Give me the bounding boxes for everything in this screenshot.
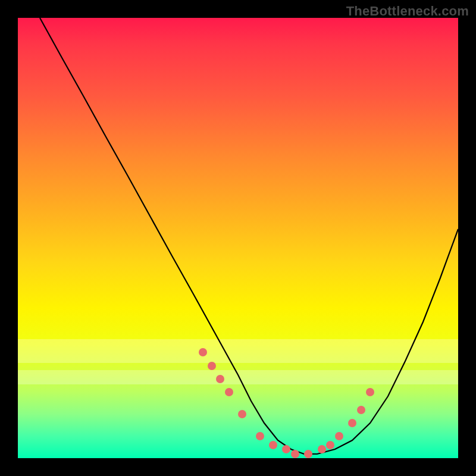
marker-dot	[357, 406, 365, 414]
marker-dot	[304, 450, 312, 458]
marker-dot	[282, 445, 290, 453]
marker-dot	[256, 432, 264, 440]
marker-dot	[225, 388, 233, 396]
marker-dot	[269, 441, 277, 449]
marker-dot	[208, 362, 216, 370]
chart-plot-area	[18, 18, 458, 458]
marker-dot	[366, 388, 374, 396]
marker-dot	[318, 445, 326, 453]
marker-dots-group	[199, 348, 374, 458]
marker-dot	[335, 432, 343, 440]
chart-svg	[18, 18, 458, 458]
marker-dot	[216, 375, 224, 383]
marker-dot	[238, 410, 246, 418]
chart-frame: TheBottleneck.com	[0, 0, 476, 476]
marker-dot	[348, 419, 356, 427]
watermark-text: TheBottleneck.com	[346, 4, 469, 19]
marker-dot	[326, 441, 334, 449]
marker-dot	[291, 450, 299, 458]
bottleneck-curve-path	[40, 18, 458, 454]
marker-dot	[199, 348, 207, 356]
